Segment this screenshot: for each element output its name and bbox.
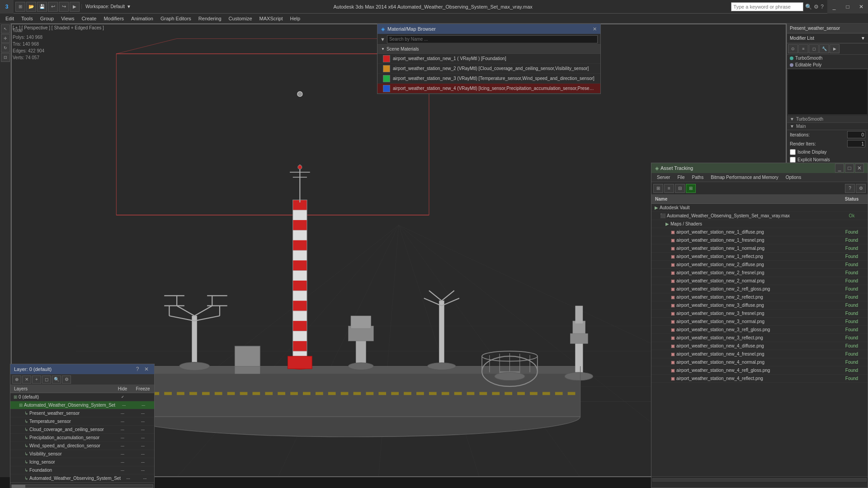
turbosmooth-modifier[interactable]: TurboSmooth [787,55,868,61]
asset-row-0[interactable]: ▶Autodesk Vault [651,204,868,212]
at-tb-help-btn[interactable]: ? [845,184,855,193]
layer-freeze-9[interactable]: --- [132,468,154,472]
at-tb-settings-btn[interactable]: ⚙ [856,184,866,193]
main-section[interactable]: ▼ Main [787,123,868,130]
panel-icon-2[interactable]: ≡ [798,44,808,53]
layer-row-7[interactable]: ↳Visibility_sensor------ [10,450,154,458]
layer-row-2[interactable]: ↳Present_weather_sensor------ [10,409,154,418]
asset-row-17[interactable]: ▣airport_weather_station_new_4_diffuse.p… [651,342,868,350]
layer-manager-scrollbar[interactable] [10,483,154,488]
qb-open-btn[interactable]: 📂 [26,2,36,12]
asset-row-19[interactable]: ▣airport_weather_station_new_4_normal.pn… [651,358,868,366]
asset-row-10[interactable]: ▣airport_weather_station_new_2_refl_glos… [651,285,868,293]
menu-item-group[interactable]: Group [37,15,58,22]
rotate-tool[interactable]: ↻ [1,43,10,52]
layer-hide-5[interactable]: --- [113,436,132,440]
asset-row-3[interactable]: ▣airport_weather_station_new_1_diffuse.p… [651,228,868,236]
asset-tracking-close-btn[interactable]: ✕ [855,164,864,173]
panel-icon-4[interactable]: 🔧 [819,44,829,53]
layer-freeze-6[interactable]: --- [132,444,154,448]
layer-freeze-4[interactable]: --- [132,427,154,432]
asset-row-5[interactable]: ▣airport_weather_station_new_1_normal.pn… [651,244,868,253]
qb-render-btn[interactable]: ▶ [70,2,80,12]
menu-item-animation[interactable]: Animation [127,15,157,22]
qb-redo-btn[interactable]: ↪ [59,2,69,12]
lm-add-selection-btn[interactable]: + [32,375,41,384]
modifier-list-dropdown[interactable]: ▼ [861,36,865,41]
layer-hide-8[interactable]: --- [113,460,132,464]
help-icon[interactable]: ? [821,4,824,10]
scene-materials-header[interactable]: Scene Materials [377,45,600,54]
layer-manager-help-button[interactable]: ? [133,365,142,373]
panel-icon-3[interactable]: ◻ [809,44,819,53]
search-input[interactable] [731,2,803,11]
asset-row-1[interactable]: ⬛Automated_Weather_Observing_System_Set_… [651,212,868,220]
layer-row-5[interactable]: ↳Precipitation_accumulation_sensor------ [10,434,154,442]
render-iters-input[interactable] [847,140,865,147]
layer-freeze-5[interactable]: --- [132,436,154,440]
layer-row-8[interactable]: ↳Icing_sensor------ [10,458,154,466]
at-menu-file[interactable]: File [674,174,688,181]
material-item-3[interactable]: airport_weather_station_new_4 (VRayMtl) … [377,84,600,94]
workspace-dropdown[interactable]: ▼ [127,4,131,9]
scroll-thumb[interactable] [12,485,25,488]
layer-row-4[interactable]: ↳Cloud_coverage_and_ceiling_sensor------ [10,426,154,434]
menu-item-modifiers[interactable]: Modifiers [100,15,127,22]
search-options-icon[interactable]: ⚙ [814,4,819,10]
asset-tracking-maximize-btn[interactable]: □ [845,164,854,173]
layer-row-10[interactable]: ↳Automated_Weather_Observing_System_Set-… [10,474,154,483]
material-item-2[interactable]: airport_weather_station_new_3 (VRayMtl) … [377,74,600,84]
qb-undo-btn[interactable]: ↩ [48,2,58,12]
at-menu-options[interactable]: Options [782,174,805,181]
asset-row-8[interactable]: ▣airport_weather_station_new_2_fresnel.p… [651,269,868,277]
layer-freeze-2[interactable]: --- [132,411,154,415]
at-tb-btn2[interactable]: ≡ [664,184,674,193]
isoline-checkbox[interactable] [790,149,796,155]
layer-freeze-7[interactable]: --- [132,452,154,456]
menu-item-help[interactable]: Help [287,15,304,22]
asset-row-18[interactable]: ▣airport_weather_station_new_4_fresnel.p… [651,350,868,358]
layer-row-9[interactable]: ↳Foundation------ [10,466,154,474]
iterations-input[interactable] [847,131,865,138]
layer-row-0[interactable]: ⊞0 (default)✓ [10,393,154,401]
lm-delete-layer-btn[interactable]: ✕ [22,375,31,384]
mat-browser-search-input[interactable] [387,35,598,43]
layer-row-3[interactable]: ↳Temperature_sensor------ [10,418,154,426]
asset-row-21[interactable]: ▣airport_weather_station_new_4_reflect.p… [651,375,868,383]
layer-hide-0[interactable]: ✓ [113,395,132,399]
select-tool[interactable]: ↖ [1,24,10,33]
asset-row-2[interactable]: ▶Maps / Shaders [651,220,868,228]
layer-row-1[interactable]: ⊞Automated_Weather_Observing_System_Set-… [10,401,154,409]
asset-row-12[interactable]: ▣airport_weather_station_new_3_diffuse.p… [651,301,868,310]
menu-item-maxscript[interactable]: MAXScript [256,15,287,22]
layer-hide-7[interactable]: --- [113,452,132,456]
layer-freeze-3[interactable]: --- [132,419,154,423]
at-tb-btn4[interactable]: ⊞ [686,184,696,193]
asset-row-14[interactable]: ▣airport_weather_station_new_3_normal.pn… [651,318,868,326]
layer-hide-9[interactable]: --- [113,468,132,472]
layer-hide-3[interactable]: --- [113,419,132,423]
editable-poly-modifier[interactable]: Editable Poly [787,61,868,68]
layer-hide-1[interactable]: --- [115,403,132,407]
qb-save-btn[interactable]: 💾 [37,2,47,12]
menu-item-tools[interactable]: Tools [18,15,37,22]
asset-row-16[interactable]: ▣airport_weather_station_new_3_reflect.p… [651,334,868,342]
menu-item-rendering[interactable]: Rendering [195,15,225,22]
menu-item-create[interactable]: Create [78,15,100,22]
at-tb-btn1[interactable]: ⊞ [653,184,663,193]
asset-row-11[interactable]: ▣airport_weather_station_new_2_reflect.p… [651,293,868,301]
close-button[interactable]: ✕ [854,0,868,14]
lm-find-btn[interactable]: 🔍 [52,375,61,384]
asset-row-7[interactable]: ▣airport_weather_station_new_2_diffuse.p… [651,261,868,269]
scale-tool[interactable]: ⊡ [1,53,10,62]
panel-icon-1[interactable]: ⊙ [788,44,798,53]
asset-row-4[interactable]: ▣airport_weather_station_new_1_fresnel.p… [651,236,868,244]
material-item-1[interactable]: airport_weather_station_new_2 (VRayMtl) … [377,64,600,74]
at-menu-bitmap[interactable]: Bitmap Performance and Memory [707,174,782,181]
layer-hide-6[interactable]: --- [113,444,132,448]
menu-item-file[interactable]: Edit [2,15,18,22]
asset-tracking-minimize-btn[interactable]: _ [835,164,844,173]
menu-item-graph-editors[interactable]: Graph Editors [157,15,195,22]
at-scroll-track[interactable] [652,478,867,482]
asset-row-20[interactable]: ▣airport_weather_station_new_4_refl_glos… [651,366,868,375]
